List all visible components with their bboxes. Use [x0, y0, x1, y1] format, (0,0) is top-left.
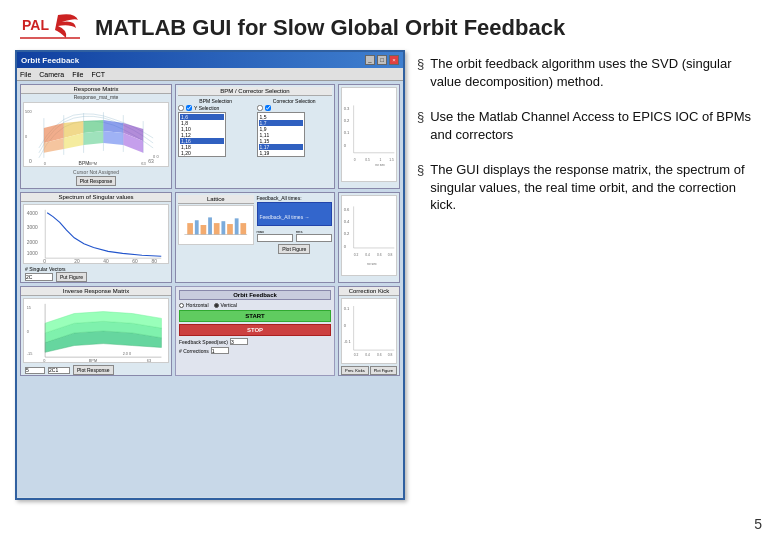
- plot-response-2-btn[interactable]: Plot Response: [73, 365, 114, 375]
- num-corrections-row: # Corrections: [179, 347, 331, 354]
- bpm-checkbox-2[interactable]: [186, 105, 192, 111]
- corrector-listbox[interactable]: 1,5 1,7 1,9 1,11 1,15 1,17 1,19: [257, 112, 305, 157]
- svg-text:0: 0: [27, 329, 29, 334]
- bullet-symbol-1: §: [417, 56, 424, 73]
- feedback-btn-text: Feedback_All times →: [260, 214, 310, 220]
- inv-input1[interactable]: [25, 367, 45, 374]
- bullet-item-1: § The orbit feedback algorithm uses the …: [417, 55, 765, 90]
- svg-text:0 0: 0 0: [153, 154, 159, 159]
- menu-file2[interactable]: File: [72, 71, 83, 78]
- inv-input2[interactable]: [48, 367, 70, 374]
- plot-figure-3-btn[interactable]: Plot Figure: [370, 366, 397, 375]
- lattice-title: Lattice: [178, 195, 254, 204]
- top-row: Response Matrix Response_mat_mte 0 63 50…: [20, 84, 400, 189]
- corr-checkbox-1[interactable]: [257, 105, 263, 111]
- svg-text:15: 15: [27, 305, 31, 310]
- gui-content: Response Matrix Response_mat_mte 0 63 50…: [17, 81, 403, 497]
- window-controls[interactable]: _ □ ×: [365, 55, 399, 65]
- vertical-radio[interactable]: Vertical: [214, 302, 237, 308]
- plot-figure-2-btn[interactable]: Plot Figure: [278, 244, 310, 254]
- orbit-radio-group: Horizontal Vertical: [179, 302, 331, 308]
- stop-btn[interactable]: STOP: [179, 324, 331, 336]
- lattice-sub: Lattice: [178, 195, 254, 254]
- bpm-listbox[interactable]: 1,6 1,8 1,10 1,12 1,16 1,18 1,20: [178, 112, 226, 157]
- num-corrections-input[interactable]: [211, 347, 229, 354]
- svg-text:0.2: 0.2: [344, 118, 350, 123]
- bpm-selection-label: BPM Selection: [178, 98, 254, 104]
- svg-rect-69: [342, 302, 396, 360]
- svg-text:-0.1: -0.1: [344, 339, 352, 344]
- response-matrix-title: Response Matrix: [21, 85, 171, 94]
- svg-text:0: 0: [354, 158, 356, 162]
- orbit-feedback-title: Orbit Feedback: [179, 290, 331, 300]
- orbit-chart: 0.6 0.4 0.2 0 0.2 0.4 0.6 0.8 no sec: [341, 195, 397, 276]
- close-btn[interactable]: ×: [389, 55, 399, 65]
- singular-vectors-input[interactable]: [25, 273, 53, 281]
- corr-checkbox-2[interactable]: [265, 105, 271, 111]
- top-right-plot: 0.3 0.2 0.1 0 0 0.5 1 1.5: [341, 87, 397, 182]
- orbit-feedback-panel: Orbit Feedback Horizontal Vertical S: [175, 286, 335, 376]
- vertical-radio-circle: [214, 303, 219, 308]
- prev-kicks-btn[interactable]: Prev. Kicks: [341, 366, 369, 375]
- svg-text:1.5: 1.5: [389, 158, 394, 162]
- svg-text:0: 0: [43, 259, 46, 263]
- svg-rect-42: [221, 221, 225, 234]
- svg-text:0.2: 0.2: [354, 253, 359, 257]
- svg-text:2000: 2000: [27, 240, 38, 245]
- correction-kick-panel: Correction Kick 0.1 0 -0.1 0.2 0.4 0.6: [338, 286, 400, 376]
- svg-rect-40: [208, 217, 212, 234]
- svg-rect-45: [240, 223, 246, 234]
- bpm-corrector-title: BPM / Corrector Selection: [178, 87, 332, 96]
- menu-file[interactable]: File: [20, 71, 31, 78]
- svg-text:0: 0: [29, 159, 32, 164]
- singular-values-title: Spectrum of Singular values: [21, 193, 171, 202]
- svg-text:60: 60: [132, 259, 138, 263]
- feedback-speed-label: Feedback Speed(sec): [179, 339, 228, 345]
- svg-rect-24: [26, 205, 166, 263]
- lattice-plot: [178, 205, 254, 245]
- put-figure-btn[interactable]: Put Figure: [56, 272, 87, 282]
- mesh-plot: 0 63 500 0 BPM: [23, 102, 169, 167]
- svg-text:0.8: 0.8: [388, 253, 393, 257]
- bullet-symbol-2: §: [417, 109, 424, 126]
- svg-text:0.2: 0.2: [354, 353, 359, 357]
- svg-rect-37: [187, 223, 193, 234]
- maximize-btn[interactable]: □: [377, 55, 387, 65]
- svg-text:4000: 4000: [27, 211, 38, 216]
- inverse-response-panel: Inverse Response Matrix 15 0 -15: [20, 286, 172, 376]
- rms-input[interactable]: [296, 234, 332, 242]
- minimize-btn[interactable]: _: [365, 55, 375, 65]
- feedback-label: Feedback_All times:: [257, 195, 333, 201]
- start-btn[interactable]: START: [179, 310, 331, 322]
- svg-rect-47: [342, 202, 396, 268]
- realtime-orbit-panel: 0.6 0.4 0.2 0 0.2 0.4 0.6 0.8 no sec: [338, 192, 400, 283]
- bpm-checkbox-1[interactable]: [178, 105, 184, 111]
- response-mat-subtitle: Response_mat_mte: [21, 94, 171, 100]
- max-input[interactable]: [257, 234, 293, 242]
- inverse-response-title: Inverse Response Matrix: [21, 287, 171, 296]
- feedback-speed-input[interactable]: [230, 338, 248, 345]
- svg-text:PAL: PAL: [22, 17, 49, 33]
- corrector-selection-area: Corrector Selection 1,5 1,7 1,9 1,11 1,1…: [257, 98, 333, 157]
- horizontal-radio-circle: [179, 303, 184, 308]
- svg-rect-41: [214, 223, 220, 234]
- feedback-all-times-btn[interactable]: Feedback_All times →: [257, 202, 333, 226]
- plot-response-btn[interactable]: Plot Response: [76, 176, 117, 186]
- horizontal-radio[interactable]: Horizontal: [179, 302, 209, 308]
- pal-logo: PAL: [20, 10, 80, 45]
- bullet-text-3: The GUI displays the response matrix, th…: [430, 161, 765, 214]
- svg-text:BPM: BPM: [89, 358, 97, 362]
- svg-text:BPM: BPM: [89, 161, 98, 166]
- vertical-label: Vertical: [221, 302, 237, 308]
- bpm-corrector-panel: BPM / Corrector Selection BPM Selection …: [175, 84, 335, 189]
- bpm-selection-area: BPM Selection Y Selection 1,6 1,8: [178, 98, 254, 157]
- menu-camera[interactable]: Camera: [39, 71, 64, 78]
- main-content: Orbit Feedback _ □ × File Camera File FC…: [0, 50, 780, 505]
- svg-text:0.5: 0.5: [365, 158, 370, 162]
- menu-fct[interactable]: FCT: [91, 71, 105, 78]
- matlab-screenshot: Orbit Feedback _ □ × File Camera File FC…: [15, 50, 405, 500]
- bullet-symbol-3: §: [417, 162, 424, 179]
- svg-text:0.4: 0.4: [365, 253, 370, 257]
- top-right-chart: 0.3 0.2 0.1 0 0 0.5 1 1.5: [338, 84, 400, 189]
- bottom-row: Inverse Response Matrix 15 0 -15: [20, 286, 400, 376]
